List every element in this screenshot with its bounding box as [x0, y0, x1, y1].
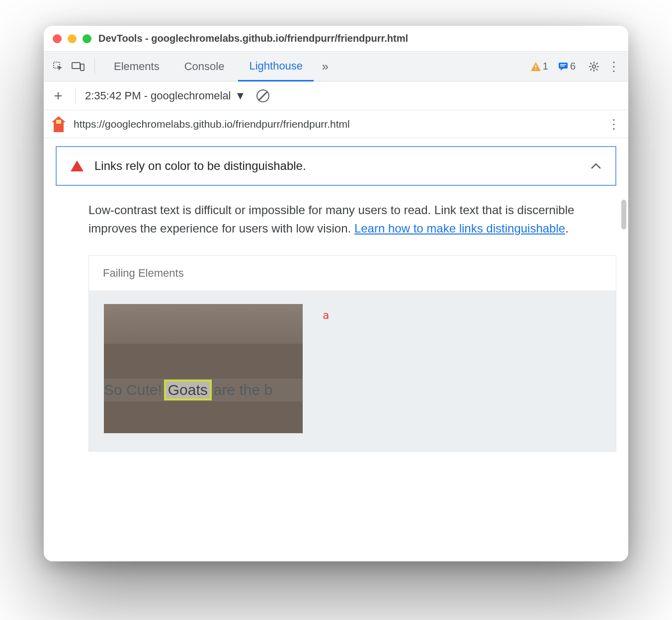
failing-elements-heading: Failing Elements	[89, 256, 616, 291]
report-url-bar: https://googlechromelabs.github.io/frien…	[44, 110, 628, 138]
devtools-menu-icon[interactable]: ⋮	[605, 58, 622, 75]
svg-rect-3	[535, 65, 536, 68]
device-toolbar-icon[interactable]	[70, 58, 86, 75]
window-title: DevTools - googlechromelabs.github.io/fr…	[98, 33, 408, 44]
element-screenshot[interactable]: So Cute! Goats are the b	[104, 304, 303, 433]
audit-description: Low-contrast text is difficult or imposs…	[56, 186, 616, 255]
collapse-chevron-icon	[590, 162, 601, 169]
report-menu-icon[interactable]: ⋮	[607, 122, 620, 126]
thumb-highlighted-link: Goats	[164, 380, 212, 400]
report-url: https://googlechromelabs.github.io/frien…	[74, 118, 599, 130]
element-tag-name[interactable]: a	[323, 309, 329, 321]
lighthouse-toolbar: + 2:35:42 PM - googlechromelal ▼	[44, 81, 628, 110]
svg-rect-2	[81, 64, 84, 71]
svg-line-14	[596, 69, 598, 70]
svg-rect-7	[560, 66, 565, 67]
tab-lighthouse[interactable]: Lighthouse	[238, 52, 314, 81]
zoom-window-button[interactable]	[83, 34, 91, 43]
learn-more-link[interactable]: Learn how to make links distinguishable	[354, 222, 565, 235]
window-titlebar: DevTools - googlechromelabs.github.io/fr…	[44, 26, 628, 52]
report-dropdown[interactable]: 2:35:42 PM - googlechromelal ▼	[85, 89, 246, 102]
scrollbar-thumb[interactable]	[621, 200, 626, 230]
failing-elements-body: So Cute! Goats are the b a	[89, 291, 616, 451]
tab-console[interactable]: Console	[173, 52, 236, 81]
svg-rect-1	[72, 63, 80, 69]
svg-rect-6	[560, 64, 566, 65]
report-dropdown-label: 2:35:42 PM - googlechromelal	[85, 89, 231, 102]
svg-line-16	[596, 63, 598, 64]
devtools-tabbar: Elements Console Lighthouse » 1 6 ⋮	[44, 52, 628, 81]
clear-icon	[256, 89, 269, 102]
report-content: Links rely on color to be distinguishabl…	[44, 138, 628, 464]
thumb-text-right: are the b	[214, 382, 272, 398]
fail-triangle-icon	[71, 160, 84, 171]
warnings-number: 1	[543, 61, 548, 72]
warning-icon	[531, 62, 541, 71]
new-report-button[interactable]: +	[50, 87, 67, 104]
audit-desc-text-post: .	[565, 222, 569, 235]
warnings-count[interactable]: 1	[531, 61, 548, 72]
more-tabs-icon[interactable]: »	[317, 58, 334, 75]
audit-header[interactable]: Links rely on color to be distinguishabl…	[56, 146, 616, 186]
chevron-down-icon: ▼	[235, 89, 246, 102]
clear-report-button[interactable]	[254, 87, 271, 104]
audit-title: Links rely on color to be distinguishabl…	[94, 159, 580, 173]
tab-elements[interactable]: Elements	[103, 52, 170, 81]
tabbar-separator	[94, 59, 95, 75]
messages-number: 6	[570, 61, 576, 72]
devtools-window: DevTools - googlechromelabs.github.io/fr…	[44, 26, 628, 561]
inspect-element-icon[interactable]	[50, 58, 67, 75]
svg-rect-4	[535, 69, 536, 70]
close-window-button[interactable]	[53, 34, 62, 43]
traffic-lights	[53, 34, 91, 43]
messages-count[interactable]: 6	[558, 61, 576, 72]
message-icon	[558, 62, 568, 71]
thumb-text-left: So Cute!	[104, 382, 162, 398]
svg-line-15	[590, 69, 592, 70]
failing-elements-panel: Failing Elements So Cute! Goats are the …	[88, 255, 616, 452]
lighthouse-icon	[52, 116, 66, 132]
toolbar-separator	[76, 87, 76, 104]
svg-line-13	[590, 63, 592, 64]
minimize-window-button[interactable]	[68, 34, 77, 43]
settings-gear-icon[interactable]	[586, 58, 602, 75]
svg-point-8	[592, 65, 595, 68]
